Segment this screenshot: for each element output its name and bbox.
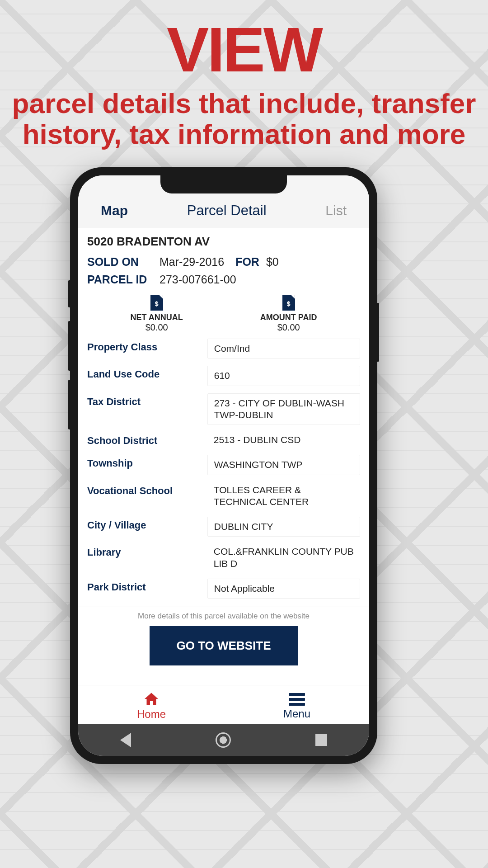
document-dollar-icon [282,295,295,311]
detail-label: School District [87,432,207,447]
detail-label: Land Use Code [87,366,207,380]
android-recent-icon[interactable] [315,734,327,746]
detail-label: Township [87,455,207,469]
detail-value: 610 [207,366,360,386]
detail-value: TOLLES CAREER & TECHNICAL CENTER [207,482,360,510]
detail-row: Property ClassCom/Ind [78,335,369,362]
parcel-id-row: PARCEL ID 273-007661-00 [78,271,369,288]
phone-frame: Map Parcel Detail List 5020 BRADENTON AV… [70,167,377,764]
detail-label: Tax District [87,393,207,408]
amount-paid-col[interactable]: AMOUNT PAID $0.00 [260,295,317,333]
detail-row: TownshipWASHINGTON TWP [78,451,369,478]
net-annual-value: $0.00 [131,322,183,333]
sold-for-label: FOR [235,255,259,269]
parcel-id-label: PARCEL ID [87,273,160,286]
detail-row: Land Use Code610 [78,362,369,389]
detail-label: Park District [87,579,207,593]
detail-label: Library [87,544,207,558]
amount-paid-label: AMOUNT PAID [260,313,317,322]
detail-row: Tax District273 - CITY OF DUBLIN-WASH TW… [78,390,369,429]
detail-value: 273 - CITY OF DUBLIN-WASH TWP-DUBLIN [207,393,360,425]
app-screen: Map Parcel Detail List 5020 BRADENTON AV… [78,175,369,756]
content-area: 5020 BRADENTON AV SOLD ON Mar-29-2016 FO… [78,228,369,685]
document-dollar-icon [150,295,163,311]
tab-list[interactable]: List [325,203,347,218]
detail-row: City / VillageDUBLIN CITY [78,513,369,540]
sold-label: SOLD ON [87,255,160,269]
sold-row: SOLD ON Mar-29-2016 FOR $0 [78,253,369,271]
detail-row: School District2513 - DUBLIN CSD [78,429,369,451]
android-home-icon[interactable] [216,732,231,748]
nav-menu-label: Menu [283,708,310,720]
sold-price: $0 [266,255,279,269]
net-annual-col[interactable]: NET ANNUAL $0.00 [131,295,183,333]
detail-label: City / Village [87,517,207,531]
promo-title: VIEW [0,18,488,81]
detail-value: 2513 - DUBLIN CSD [207,432,360,448]
sold-date: Mar-29-2016 [160,255,224,269]
detail-value: Com/Ind [207,339,360,359]
nav-home[interactable]: Home [137,691,166,721]
home-icon [143,691,160,707]
more-details-text: More details of this parcel available on… [78,607,369,621]
android-back-icon[interactable] [120,733,131,747]
promo-subtitle: parcel details that include, transfer hi… [0,88,488,150]
nav-home-label: Home [137,708,166,721]
tax-summary: NET ANNUAL $0.00 AMOUNT PAID $0.00 [78,288,369,335]
amount-paid-value: $0.00 [260,322,317,333]
detail-label: Property Class [87,339,207,353]
net-annual-label: NET ANNUAL [131,313,183,322]
detail-value: Not Applicable [207,579,360,599]
detail-value: COL.&FRANKLIN COUNTY PUB LIB D [207,544,360,571]
detail-value: DUBLIN CITY [207,517,360,537]
detail-label: Vocational School [87,482,207,497]
bottom-nav: Home Menu [78,685,369,724]
tab-parcel-detail[interactable]: Parcel Detail [187,203,267,219]
detail-row: Vocational SchoolTOLLES CAREER & TECHNIC… [78,479,369,514]
parcel-id: 273-007661-00 [160,273,236,286]
detail-value: WASHINGTON TWP [207,455,360,475]
go-to-website-button[interactable]: GO TO WEBSITE [150,626,298,665]
menu-icon [289,693,305,706]
detail-row: LibraryCOL.&FRANKLIN COUNTY PUB LIB D [78,540,369,575]
detail-row: Park DistrictNot Applicable [78,575,369,602]
parcel-address: 5020 BRADENTON AV [78,228,369,253]
phone-notch [160,175,287,193]
tab-map[interactable]: Map [101,203,128,218]
android-nav-bar [78,724,369,756]
nav-menu[interactable]: Menu [283,691,310,720]
promo-header: VIEW parcel details that include, transf… [0,0,488,150]
details-list: Property ClassCom/IndLand Use Code610Tax… [78,335,369,602]
